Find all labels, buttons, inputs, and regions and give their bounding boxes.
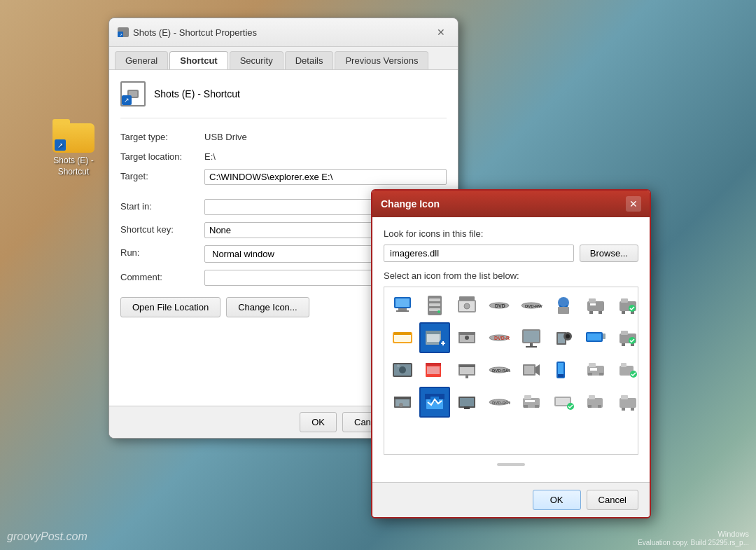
icon-cell-37[interactable] bbox=[612, 387, 638, 418]
svg-rect-23 bbox=[587, 301, 604, 311]
icon-cell-7[interactable] bbox=[612, 290, 638, 321]
title-shortcut-icon: ↗ bbox=[118, 27, 129, 37]
dialog-close-button[interactable]: ✕ bbox=[433, 24, 449, 41]
svg-rect-131 bbox=[524, 395, 531, 399]
watermark: groovyPost.com bbox=[7, 530, 88, 543]
icon-cell-10[interactable] bbox=[387, 322, 418, 353]
svg-rect-103 bbox=[599, 373, 603, 376]
svg-rect-145 bbox=[631, 408, 634, 411]
browse-button[interactable]: Browse... bbox=[580, 245, 638, 262]
icon-grid-container[interactable]: DVD DVD-RW bbox=[384, 287, 638, 455]
tab-security[interactable]: Security bbox=[230, 51, 284, 69]
change-icon-title: Change Icon bbox=[381, 198, 440, 209]
svg-rect-136 bbox=[556, 398, 570, 405]
svg-rect-142 bbox=[620, 398, 636, 408]
svg-rect-101 bbox=[589, 363, 596, 367]
icon-cell-0[interactable] bbox=[387, 290, 418, 321]
svg-rect-8 bbox=[429, 303, 440, 306]
target-location-label: Target location: bbox=[120, 149, 204, 162]
svg-rect-25 bbox=[589, 311, 593, 314]
svg-rect-7 bbox=[429, 298, 440, 301]
svg-rect-51 bbox=[442, 341, 444, 345]
svg-rect-71 bbox=[621, 331, 628, 335]
change-icon-close-button[interactable]: ✕ bbox=[626, 196, 641, 212]
svg-rect-90 bbox=[458, 364, 475, 367]
file-icon: ↗ bbox=[120, 81, 146, 106]
icon-cell-12[interactable] bbox=[451, 322, 482, 353]
ok-button[interactable]: OK bbox=[300, 412, 337, 432]
icon-cell-32[interactable] bbox=[451, 387, 482, 418]
icon-cell-17[interactable] bbox=[612, 322, 638, 353]
icon-cell-25[interactable] bbox=[548, 355, 579, 385]
svg-text:DVD-ROM: DVD-ROM bbox=[492, 401, 510, 405]
icon-cell-15[interactable] bbox=[548, 322, 579, 353]
shortcut-key-label: Shortcut key: bbox=[120, 222, 204, 235]
icon-cell-33[interactable]: DVD-ROM bbox=[484, 387, 514, 418]
tab-general[interactable]: General bbox=[115, 51, 168, 69]
svg-rect-61 bbox=[530, 343, 533, 346]
svg-text:DVD-RAM: DVD-RAM bbox=[492, 369, 510, 373]
icon-cell-20[interactable] bbox=[387, 355, 418, 385]
svg-point-10 bbox=[438, 310, 440, 313]
svg-point-83 bbox=[397, 364, 400, 367]
tab-previous-versions[interactable]: Previous Versions bbox=[335, 51, 428, 69]
eval-text: WindowsEvaluation copy. Build 25295.rs_p… bbox=[638, 530, 749, 546]
dialog-titlebar: ↗ Shots (E) - Shortcut Properties ✕ bbox=[109, 18, 458, 47]
icon-cell-26[interactable] bbox=[580, 355, 611, 385]
svg-point-119 bbox=[399, 403, 403, 407]
icon-cell-4[interactable]: DVD-RW bbox=[516, 290, 547, 321]
open-file-location-button[interactable]: Open File Location bbox=[120, 297, 220, 317]
icon-cell-2[interactable] bbox=[451, 290, 482, 321]
folder-icon: ↗ bbox=[52, 119, 94, 153]
change-icon-button[interactable]: Change Icon... bbox=[226, 297, 309, 317]
svg-rect-29 bbox=[621, 298, 628, 303]
icon-cell-30[interactable] bbox=[387, 387, 418, 418]
change-icon-ok-button[interactable]: OK bbox=[533, 490, 581, 510]
svg-rect-140 bbox=[588, 405, 592, 408]
svg-rect-91 bbox=[465, 376, 468, 378]
icon-cell-11[interactable] bbox=[419, 322, 450, 353]
tabs-bar: General Shortcut Security Details Previo… bbox=[109, 47, 458, 69]
change-icon-body: Look for icons in this file: Browse... S… bbox=[372, 217, 650, 482]
svg-rect-30 bbox=[622, 311, 625, 314]
svg-rect-96 bbox=[524, 366, 534, 374]
dialog-title: Shots (E) - Shortcut Properties bbox=[133, 27, 257, 38]
icon-cell-14[interactable] bbox=[516, 322, 547, 353]
icon-cell-27[interactable] bbox=[612, 355, 638, 385]
icon-cell-34[interactable] bbox=[516, 387, 547, 418]
target-input[interactable] bbox=[204, 169, 447, 185]
select-label: Select an icon from the list below: bbox=[384, 270, 638, 281]
svg-rect-132 bbox=[524, 405, 528, 408]
svg-rect-3 bbox=[396, 298, 410, 307]
icon-cell-22[interactable] bbox=[451, 355, 482, 385]
icon-cell-5[interactable] bbox=[548, 290, 579, 321]
svg-rect-13 bbox=[459, 296, 475, 301]
icon-cell-24[interactable] bbox=[516, 355, 547, 385]
svg-rect-133 bbox=[535, 405, 539, 408]
change-icon-cancel-button[interactable]: Cancel bbox=[587, 490, 638, 510]
icon-cell-16[interactable] bbox=[580, 322, 611, 353]
tab-details[interactable]: Details bbox=[285, 51, 334, 69]
icon-cell-31[interactable] bbox=[419, 387, 450, 418]
svg-rect-22 bbox=[558, 307, 569, 314]
icon-cell-23[interactable]: DVD-RAM bbox=[484, 355, 514, 385]
icon-cell-36[interactable] bbox=[580, 387, 611, 418]
comment-label: Comment: bbox=[120, 270, 204, 282]
tab-shortcut[interactable]: Shortcut bbox=[169, 51, 227, 69]
svg-rect-60 bbox=[524, 331, 539, 342]
svg-rect-141 bbox=[598, 405, 601, 408]
desktop-folder-shortcut[interactable]: ↗ Shots (E) -Shortcut bbox=[42, 119, 105, 177]
target-location-value: E:\ bbox=[204, 149, 216, 162]
icon-cell-3[interactable]: DVD bbox=[484, 290, 514, 321]
icon-cell-6[interactable] bbox=[580, 290, 611, 321]
svg-text:DVD-RW: DVD-RW bbox=[525, 304, 542, 308]
svg-rect-5 bbox=[396, 310, 409, 312]
file-path-input[interactable] bbox=[384, 245, 574, 262]
svg-rect-98 bbox=[558, 363, 564, 374]
icon-cell-1[interactable] bbox=[419, 290, 450, 321]
icon-cell-21[interactable] bbox=[419, 355, 450, 385]
run-label: Run: bbox=[120, 245, 204, 258]
icon-cell-35[interactable] bbox=[548, 387, 579, 418]
target-location-row: Target location: E:\ bbox=[120, 149, 447, 162]
icon-cell-13[interactable]: DVD-R bbox=[484, 322, 514, 353]
